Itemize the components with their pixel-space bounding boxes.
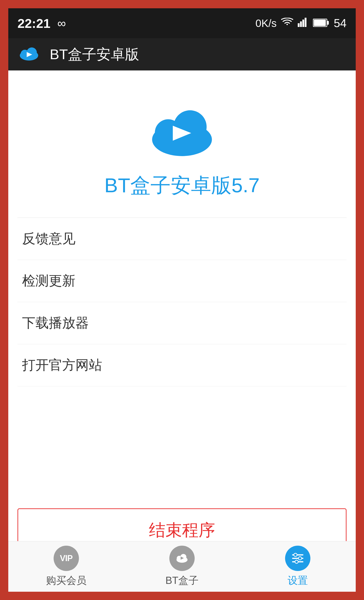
app-header: BT盒子安卓版 <box>8 38 356 70</box>
nav-item-settings[interactable]: 设置 <box>240 546 356 587</box>
status-bar: 22:21 ∞ 0K/s <box>8 8 356 38</box>
nav-label-bt-box: BT盒子 <box>165 574 199 587</box>
sliders-icon <box>291 551 305 565</box>
status-right: 0K/s <box>255 17 346 30</box>
menu-item-feedback[interactable]: 反馈意见 <box>18 218 346 260</box>
end-program-button[interactable]: 结束程序 <box>18 508 346 541</box>
logo-section: BT盒子安卓版5.7 <box>104 84 260 218</box>
menu-item-check-update[interactable]: 检测更新 <box>18 260 346 302</box>
svg-point-22 <box>294 553 297 556</box>
nav-item-vip[interactable]: VIP 购买会员 <box>8 546 124 587</box>
main-content: BT盒子安卓版5.7 反馈意见 检测更新 下载播放器 <box>8 70 356 592</box>
svg-rect-1 <box>300 21 302 27</box>
svg-rect-3 <box>305 18 307 27</box>
status-left: 22:21 ∞ <box>18 16 66 31</box>
nav-label-settings: 设置 <box>288 574 308 587</box>
end-button-container: 结束程序 <box>18 501 346 541</box>
svg-rect-6 <box>314 19 326 26</box>
svg-rect-0 <box>298 23 300 27</box>
signal-icon <box>298 17 308 29</box>
menu-item-download-player[interactable]: 下载播放器 <box>18 302 346 344</box>
svg-rect-5 <box>327 21 329 25</box>
svg-point-24 <box>295 560 298 563</box>
nav-label-vip: 购买会员 <box>46 574 87 587</box>
speed-indicator: 0K/s <box>255 17 277 29</box>
battery-percent: 54 <box>334 17 346 30</box>
svg-point-23 <box>298 557 302 560</box>
bottom-nav: VIP 购买会员 BT盒子 <box>8 541 356 592</box>
svg-rect-2 <box>302 19 304 27</box>
scroll-area: BT盒子安卓版5.7 反馈意见 检测更新 下载播放器 <box>8 70 356 541</box>
infinity-icon: ∞ <box>57 16 66 30</box>
bt-box-icon-circle <box>169 546 195 571</box>
vip-icon-circle: VIP <box>54 546 79 571</box>
vip-icon-text: VIP <box>60 553 73 563</box>
app-logo-large <box>145 103 219 163</box>
inner-content: BT盒子安卓版5.7 反馈意见 检测更新 下载播放器 <box>8 70 356 541</box>
battery-icon <box>313 17 329 29</box>
app-name: BT盒子安卓版5.7 <box>104 172 260 199</box>
status-time: 22:21 <box>18 16 50 31</box>
app-logo-small <box>18 45 40 64</box>
menu-list: 反馈意见 检测更新 下载播放器 打开官方网站 <box>18 218 346 386</box>
settings-icon-circle <box>285 546 310 571</box>
nav-item-bt-box[interactable]: BT盒子 <box>124 546 240 587</box>
wifi-icon <box>281 17 293 29</box>
app-title: BT盒子安卓版 <box>50 45 139 64</box>
menu-item-open-website[interactable]: 打开官方网站 <box>18 344 346 386</box>
cloud-play-icon <box>175 553 189 564</box>
svg-point-13 <box>173 110 207 143</box>
